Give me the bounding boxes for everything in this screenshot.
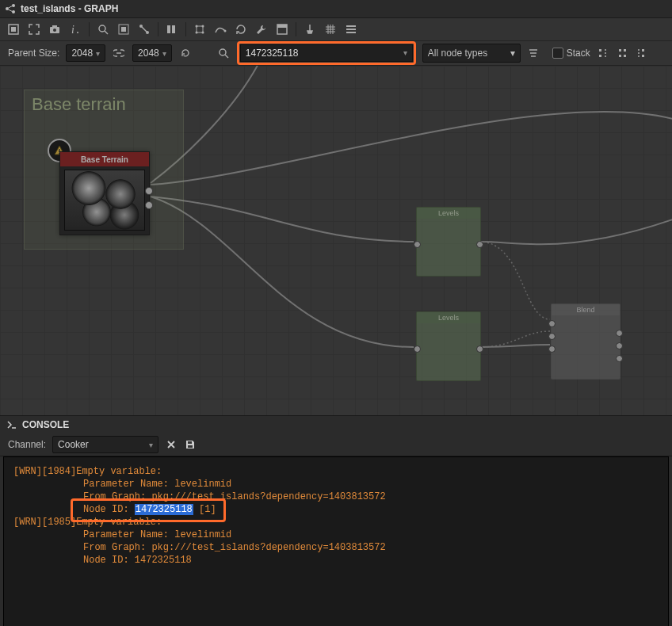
link-size-icon[interactable] — [112, 46, 126, 60]
panel-icon[interactable] — [275, 22, 289, 36]
svg-rect-26 — [346, 32, 356, 33]
separator — [89, 22, 90, 36]
node-id-label: Node ID: — [83, 504, 135, 515]
align-icon[interactable] — [165, 22, 179, 36]
reset-size-icon[interactable] — [178, 46, 193, 60]
graph-icon — [5, 3, 16, 14]
svg-point-37 — [638, 49, 640, 51]
svg-rect-35 — [624, 49, 626, 52]
log-line: From Graph: pkg:///test_islands?dependen… — [13, 490, 659, 503]
channel-dropdown[interactable]: Cooker ▾ — [52, 436, 158, 453]
output-port[interactable] — [145, 187, 153, 195]
node-base-terrain[interactable]: Base Terrain — [59, 151, 150, 235]
svg-rect-28 — [599, 49, 601, 52]
chevron-down-icon: ▾ — [162, 49, 166, 58]
info-icon[interactable]: i — [68, 22, 82, 36]
filter-icon[interactable] — [527, 47, 540, 59]
output-port[interactable] — [476, 241, 483, 248]
svg-rect-29 — [599, 55, 601, 57]
parent-width-dropdown[interactable]: 2048 ▾ — [66, 44, 105, 62]
console-toolbar: Channel: Cooker ▾ — [0, 433, 672, 456]
search-field-highlight: ▾ — [237, 41, 416, 65]
node-title: Base Terrain — [60, 152, 149, 166]
grid-icon[interactable] — [323, 22, 338, 36]
log-line: Parameter Name: levelinmid — [13, 478, 659, 490]
node-id-selected: 1472325118 — [135, 504, 193, 515]
node-icon[interactable] — [193, 22, 207, 36]
sort1-icon[interactable] — [597, 47, 609, 59]
svg-point-21 — [224, 30, 227, 32]
svg-rect-40 — [642, 49, 644, 52]
chevron-down-icon: ▾ — [149, 441, 153, 449]
output-port[interactable] — [616, 330, 623, 337]
node-levels-2[interactable]: Levels — [416, 311, 481, 381]
svg-point-7 — [53, 29, 56, 32]
svg-rect-12 — [121, 27, 126, 32]
sort2-icon[interactable] — [616, 47, 628, 59]
svg-point-27 — [220, 49, 226, 55]
input-port[interactable] — [548, 345, 556, 353]
checkbox-icon — [552, 48, 563, 59]
svg-text:i: i — [71, 24, 74, 36]
graph-canvas[interactable]: Base terrain Base Terrain Levels Levels … — [0, 66, 672, 415]
output-port[interactable] — [476, 345, 483, 353]
brush-icon[interactable] — [303, 22, 317, 36]
main-toolbar: i — [0, 18, 672, 41]
node-blend[interactable]: Blend — [551, 303, 620, 380]
node-title: Levels — [417, 312, 480, 323]
svg-rect-23 — [277, 25, 287, 28]
parent-height-dropdown[interactable]: 2048 ▾ — [132, 44, 172, 62]
separator — [296, 22, 296, 36]
sort3-icon[interactable] — [635, 47, 647, 59]
node-types-dropdown[interactable]: All node types ▾ — [422, 44, 521, 63]
stack-toggle[interactable]: Stack — [552, 48, 590, 59]
chevron-down-icon: ▾ — [510, 48, 515, 59]
log-line: Parameter Name: levelinmid — [13, 529, 659, 541]
stack-label: Stack — [567, 48, 590, 59]
log-line: Node ID: 1472325118 [1] — [13, 503, 659, 516]
input-port[interactable] — [414, 345, 421, 353]
log-line: From Graph: pkg:///test_islands?dependen… — [13, 541, 659, 554]
svg-point-1 — [12, 4, 15, 7]
camera-icon[interactable] — [48, 22, 62, 36]
search-input[interactable] — [240, 44, 413, 62]
parent-width-value: 2048 — [71, 48, 93, 59]
svg-rect-25 — [346, 29, 356, 30]
curve-icon[interactable] — [213, 22, 227, 36]
frame-icon[interactable] — [6, 22, 21, 36]
parent-height-value: 2048 — [138, 48, 159, 59]
node-title: Blend — [552, 304, 620, 315]
save-icon[interactable] — [184, 438, 197, 451]
log-line: [WRN][1985]Empty variable: — [13, 516, 659, 529]
list-icon[interactable] — [344, 22, 358, 36]
output-port[interactable] — [616, 342, 623, 349]
console-output[interactable]: [WRN][1984]Empty variable: Parameter Nam… — [3, 456, 669, 626]
node-title: Levels — [417, 208, 480, 219]
wrench-icon[interactable] — [254, 22, 269, 36]
svg-rect-6 — [52, 25, 57, 28]
console-header: CONSOLE — [0, 415, 672, 433]
svg-rect-16 — [172, 25, 175, 33]
svg-point-30 — [605, 49, 606, 51]
fit-icon[interactable] — [27, 22, 41, 36]
svg-rect-33 — [619, 49, 621, 52]
node-levels-1[interactable]: Levels — [416, 207, 481, 277]
separator — [185, 22, 186, 36]
options-bar: Parent Size: 2048 ▾ 2048 ▾ ▾ All node ty… — [0, 41, 672, 66]
flow-icon[interactable] — [137, 22, 151, 36]
parent-size-label: Parent Size: — [8, 48, 59, 59]
output-port[interactable] — [145, 201, 153, 209]
output-port[interactable] — [616, 355, 623, 362]
console-icon — [6, 419, 17, 430]
clear-icon[interactable] — [165, 438, 178, 451]
input-port[interactable] — [548, 320, 556, 327]
magnify-icon[interactable] — [96, 22, 110, 36]
highlight-icon[interactable] — [116, 22, 131, 36]
svg-rect-41 — [642, 55, 644, 57]
refresh-icon[interactable] — [234, 22, 248, 36]
input-port[interactable] — [548, 333, 556, 340]
input-port[interactable] — [414, 241, 421, 248]
separator — [158, 22, 158, 36]
node-thumbnail — [64, 170, 145, 231]
log-line: [WRN][1984]Empty variable: — [13, 465, 659, 478]
